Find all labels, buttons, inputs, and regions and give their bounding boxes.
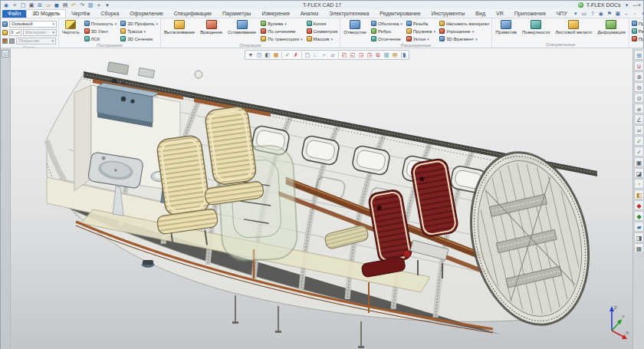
tab-4-оформление[interactable]: Оформление [124, 10, 168, 18]
material-combo[interactable]: Материал▾ [23, 29, 57, 36]
camera-view-icon[interactable]: ▦ [634, 243, 644, 253]
close-doc-icon[interactable]: × [640, 10, 644, 17]
filter-body-icon[interactable]: ◱ [349, 51, 356, 59]
coating-combo[interactable]: Покрытие▾ [16, 38, 56, 44]
tab-1-3d-модель[interactable]: 3D Модель [26, 9, 66, 18]
transform-button[interactable]: Преобразование [631, 35, 643, 42]
select-previous-icon[interactable]: ◧ [264, 51, 271, 59]
3d-section-button[interactable]: 3D Сечение [120, 35, 159, 42]
measure-angle-icon[interactable]: ∠ [634, 114, 644, 124]
simplify-button[interactable]: Упрощение▾ [439, 28, 490, 35]
filter-axis-icon[interactable]: ⌐ [320, 51, 328, 59]
boolean-button[interactable]: Булева▾ [260, 20, 303, 27]
new-document-icon[interactable]: ▢ [20, 2, 26, 8]
tab-2-чертёж[interactable]: Чертёж [66, 10, 95, 18]
3d-node-button[interactable]: 3D Узел [84, 28, 118, 35]
render-quality-icon[interactable]: ◔ [634, 179, 644, 189]
model-viewport-canvas[interactable]: Z X Y [1, 48, 644, 349]
array-button[interactable]: Массив▾ [306, 35, 339, 42]
select-box-icon[interactable]: ◫ [255, 51, 263, 59]
tab-14-приложения[interactable]: Приложения [509, 10, 551, 18]
confirm-icon[interactable]: ✓ [284, 51, 291, 59]
spring-button[interactable]: Пружина▾ [406, 28, 436, 35]
restore-doc-icon[interactable]: ▫ [632, 10, 638, 17]
measure-diameter-icon[interactable]: ⌀ [634, 104, 644, 114]
style-combo[interactable]: Основной▾ [9, 21, 57, 28]
tab-13-vr[interactable]: VR [491, 10, 509, 18]
clip-plane-icon[interactable]: ◨ [634, 232, 644, 242]
cancel-icon[interactable]: ✗ [292, 51, 300, 59]
redo-icon[interactable]: ↷ [79, 2, 85, 8]
model-tree-toggle-button[interactable]: ◱ [2, 50, 9, 58]
app-logo[interactable]: ◉ [3, 2, 9, 8]
check-geometry-icon[interactable]: ✓ [634, 136, 644, 146]
ribbon-customize-icon[interactable]: ▾ [573, 10, 579, 17]
copy-button[interactable]: Копия [306, 20, 339, 27]
trim-button[interactable]: Отсечение [370, 35, 403, 42]
filter-vertex-icon[interactable]: ▢ [304, 51, 311, 59]
hole-button[interactable]: Отверстие [342, 19, 368, 35]
save-icon[interactable]: ◼ [54, 2, 60, 8]
gray-swatch-icon[interactable] [9, 38, 15, 44]
check-model-icon[interactable]: ✓ [634, 147, 644, 156]
help-icon[interactable]: ? [590, 10, 596, 17]
revolve-button[interactable]: Вращение [199, 19, 224, 35]
sheet-metal-button[interactable]: Листовой металл [554, 19, 593, 35]
tab-12-вид[interactable]: Вид [470, 10, 491, 18]
find-icon[interactable]: ⌖ [96, 2, 102, 8]
filter-solid-icon[interactable]: ◲ [357, 51, 365, 59]
path-button[interactable]: Трасса▾ [120, 28, 159, 35]
tab-10-редактирование[interactable]: Редактирование [374, 10, 426, 18]
symmetry-button[interactable]: Симметрия [306, 28, 339, 35]
3d-fragment-button[interactable]: 3D Фрагмент▾ [439, 35, 490, 42]
measure-distance-icon[interactable]: ≍ [634, 125, 644, 135]
filter-fragment-icon[interactable]: ⧉ [374, 51, 382, 59]
tab-11-инструменты[interactable]: Инструменты [426, 10, 471, 18]
undo-icon[interactable]: ↶ [71, 2, 77, 8]
settings-gear-icon[interactable]: ◉ [598, 10, 604, 17]
loft-button[interactable]: По сечениям [260, 28, 303, 35]
screen-mode-icon[interactable]: ▭ [581, 10, 587, 17]
color-swatch-icon[interactable] [2, 38, 8, 44]
filter-mate-icon[interactable]: ▥ [383, 51, 390, 59]
lcs-button[interactable]: ЛСК [84, 35, 118, 42]
blend-button[interactable]: Сглаживание [226, 19, 258, 35]
draw-button[interactable]: Чертить [61, 19, 81, 35]
plane-button[interactable]: Плоскость▾ [84, 20, 118, 27]
magnet-snap-icon[interactable]: ∪ [634, 61, 644, 71]
tab-0-файл[interactable]: Файл [2, 10, 26, 18]
material-spinner[interactable]: 0▴▾ [9, 29, 21, 36]
tab-8-анализ[interactable]: Анализ [295, 10, 324, 18]
extrude-button[interactable]: Выталкивание [163, 19, 196, 35]
material-view-icon[interactable]: ◧ [634, 189, 644, 199]
deformation-button[interactable]: Деформация [596, 19, 627, 35]
tflex-docs-label[interactable]: T-FLEX DOCs [586, 2, 621, 8]
tab-5-спецификации[interactable]: Спецификации [169, 10, 217, 18]
sweep-button[interactable]: По траектории▾ [260, 35, 303, 42]
print-icon[interactable]: ▤ [62, 2, 68, 8]
swatch-icon[interactable]: ▦ [272, 51, 280, 59]
preview-icon[interactable]: ▥ [87, 2, 94, 8]
filter-sketch-icon[interactable]: ▱ [329, 51, 337, 59]
docs-dropdown-icon[interactable]: ▾ [624, 2, 630, 8]
filter-surface-icon[interactable]: ◳ [366, 51, 373, 59]
filter-face-icon[interactable]: ◰ [340, 51, 348, 59]
quick-access-dropdown-icon[interactable]: ▾ [104, 2, 110, 8]
weld-point-icon[interactable]: ◆ [634, 200, 644, 210]
tab-9-электротехника[interactable]: Электротехника [324, 10, 374, 18]
zoom-in-icon[interactable]: ⊕ [634, 71, 644, 81]
tab-7-измерения[interactable]: Измерения [256, 10, 294, 18]
zoom-window-icon[interactable]: ⊙ [634, 93, 644, 103]
primitive-button[interactable]: Примитив [494, 19, 518, 35]
3d-profile-button[interactable]: 3D Профиль▾ [120, 20, 159, 27]
tab-15-чпу[interactable]: ЧПУ [551, 10, 573, 18]
filter-drawing-icon[interactable]: ▤ [391, 51, 399, 59]
stamp-view-icon[interactable]: ▣ [634, 157, 644, 167]
tab-3-сборка[interactable]: Сборка [95, 10, 124, 18]
gem-quality-icon[interactable]: ◆ [634, 211, 644, 221]
export-view-icon[interactable]: ▰ [634, 222, 644, 232]
surfaces-button[interactable]: Поверхности [521, 19, 551, 35]
flag-icon[interactable]: ⚑ [606, 10, 613, 17]
apply-material-button[interactable]: Наложить материал [439, 20, 490, 27]
tab-6-параметры[interactable]: Параметры [217, 10, 256, 18]
